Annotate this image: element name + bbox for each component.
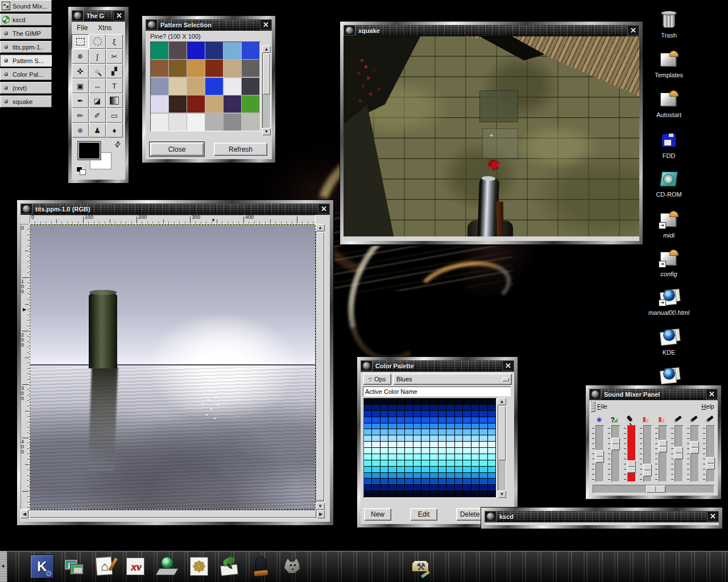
- volume-slider[interactable]: [595, 425, 604, 482]
- window-list-item[interactable]: (rxvt): [0, 82, 52, 94]
- pattern-swatch[interactable]: [187, 60, 205, 77]
- slider-thumb[interactable]: [627, 460, 636, 473]
- volume-slider[interactable]: [706, 425, 715, 482]
- tool-button[interactable]: ✂: [106, 49, 123, 64]
- panel-hide-button[interactable]: [0, 551, 7, 582]
- pattern-swatch[interactable]: [169, 114, 187, 131]
- taskbar-launcher[interactable]: xv: [125, 555, 147, 578]
- close-icon[interactable]: ✕: [707, 511, 719, 522]
- swap-colors-icon[interactable]: ⇄: [113, 139, 123, 149]
- scroll-down-icon[interactable]: ▼: [316, 502, 325, 510]
- volume-slider[interactable]: [659, 425, 667, 482]
- desktop-icon[interactable]: ➔ Templates: [646, 50, 692, 78]
- slider-thumb[interactable]: [690, 441, 699, 454]
- volume-slider[interactable]: [675, 425, 683, 482]
- tool-button[interactable]: ♦: [106, 123, 123, 138]
- desktop-icon[interactable]: ➔ KDE: [646, 327, 692, 356]
- palette-color-row[interactable]: [364, 435, 496, 442]
- window-list-item[interactable]: Sound Mix...: [0, 0, 52, 12]
- palette-color-row[interactable]: [364, 460, 496, 467]
- desktop-icon[interactable]: ➔ Autostart: [646, 90, 692, 118]
- tool-button[interactable]: ▭: [106, 108, 123, 123]
- desktop-icon[interactable]: ➔: [646, 366, 692, 386]
- pattern-swatch[interactable]: [224, 114, 241, 131]
- color-name-input[interactable]: [363, 386, 511, 396]
- window-menu-icon[interactable]: [485, 511, 497, 522]
- image-canvas[interactable]: [30, 224, 316, 510]
- tool-button[interactable]: ▞: [106, 64, 123, 78]
- pattern-swatch[interactable]: [242, 42, 259, 59]
- tool-button[interactable]: ◪: [89, 93, 106, 108]
- pattern-swatch[interactable]: [224, 78, 241, 95]
- pattern-titlebar[interactable]: Pattern Selection ✕: [146, 19, 272, 31]
- taskbar-launcher[interactable]: [250, 555, 273, 578]
- window-list-item[interactable]: tits.ppm-1..: [0, 41, 52, 53]
- ops-menu-button[interactable]: ▽ Ops: [363, 373, 391, 385]
- slider-thumb[interactable]: [643, 464, 652, 476]
- pattern-swatch[interactable]: [151, 95, 168, 113]
- default-colors-icon[interactable]: [76, 167, 85, 174]
- menu-help[interactable]: Help: [701, 403, 714, 410]
- scrollbar-thumb[interactable]: [316, 232, 324, 501]
- palette-color-row[interactable]: [364, 398, 496, 405]
- window-list-item[interactable]: xquake: [0, 95, 52, 107]
- pattern-swatch[interactable]: [242, 95, 259, 113]
- pattern-swatch[interactable]: [242, 78, 259, 95]
- menu-file[interactable]: File: [72, 24, 93, 32]
- tool-button[interactable]: ✵: [72, 49, 89, 64]
- palette-color-row[interactable]: [364, 448, 496, 454]
- close-icon[interactable]: ✕: [502, 360, 514, 371]
- window-menu-icon[interactable]: [344, 25, 355, 36]
- tool-button[interactable]: ξ: [106, 34, 123, 49]
- scroll-left-icon[interactable]: ◀: [20, 510, 28, 518]
- tool-button[interactable]: ↔: [89, 78, 106, 93]
- tool-button[interactable]: ✐: [89, 108, 106, 123]
- close-button[interactable]: Close: [150, 143, 204, 156]
- tool-button[interactable]: ✜: [72, 64, 89, 78]
- palette-color-row[interactable]: [364, 491, 496, 497]
- vertical-scrollbar[interactable]: ▲ ▼: [316, 224, 325, 510]
- palette-color-row[interactable]: [364, 423, 496, 430]
- taskbar-launcher[interactable]: [63, 555, 85, 578]
- pattern-swatch[interactable]: [187, 114, 205, 131]
- desktop-icon[interactable]: ➔ config: [646, 249, 692, 277]
- desktop-icon[interactable]: ➔ Trash: [646, 10, 692, 39]
- desktop-icon[interactable]: ➔ midi: [646, 210, 692, 239]
- foreground-color-swatch[interactable]: [78, 142, 100, 159]
- volume-slider[interactable]: [690, 425, 699, 482]
- delete-button[interactable]: Delete: [456, 508, 483, 521]
- slider-thumb[interactable]: [659, 440, 667, 452]
- window-list-item[interactable]: Pattern S...: [0, 55, 52, 66]
- taskbar-launcher[interactable]: ✎: [218, 555, 241, 578]
- palette-color-row[interactable]: [364, 405, 496, 411]
- window-menu-icon[interactable]: [589, 389, 601, 400]
- taskbar-launcher[interactable]: K: [31, 555, 53, 578]
- palette-color-row[interactable]: [364, 411, 496, 417]
- scrollbar-thumb[interactable]: [29, 510, 316, 518]
- close-icon[interactable]: ✕: [627, 25, 639, 36]
- taskbar-launcher[interactable]: [156, 555, 179, 578]
- pattern-swatch[interactable]: [151, 60, 168, 77]
- tool-button[interactable]: T: [106, 78, 123, 93]
- tool-button[interactable]: ○: [89, 64, 106, 78]
- volume-slider[interactable]: [627, 425, 636, 482]
- palette-color-row[interactable]: [364, 454, 496, 460]
- window-list-item[interactable]: The GIMP: [0, 27, 52, 39]
- volume-slider[interactable]: [611, 425, 620, 482]
- tool-button[interactable]: ✏: [72, 108, 89, 123]
- palette-titlebar[interactable]: Color Palette ✕: [361, 360, 514, 372]
- scroll-up-icon[interactable]: ▲: [498, 398, 506, 405]
- pattern-swatch[interactable]: [224, 95, 241, 113]
- pattern-swatch[interactable]: [205, 114, 223, 131]
- pattern-swatch[interactable]: [169, 42, 187, 59]
- pattern-swatch[interactable]: [205, 42, 223, 59]
- pattern-scrollbar[interactable]: ▲ ▼: [262, 45, 271, 135]
- scroll-down-icon[interactable]: ▼: [262, 128, 271, 135]
- xquake-titlebar[interactable]: xquake ✕: [344, 25, 639, 36]
- balance-thumb[interactable]: [646, 485, 665, 493]
- pattern-swatch[interactable]: [242, 114, 259, 131]
- palette-scrollbar[interactable]: ▲ ▼: [498, 398, 506, 498]
- balance-slider[interactable]: [593, 485, 714, 493]
- desktop-icon[interactable]: ➔ CD-ROM: [646, 169, 692, 198]
- taskbar-launcher[interactable]: [281, 555, 304, 578]
